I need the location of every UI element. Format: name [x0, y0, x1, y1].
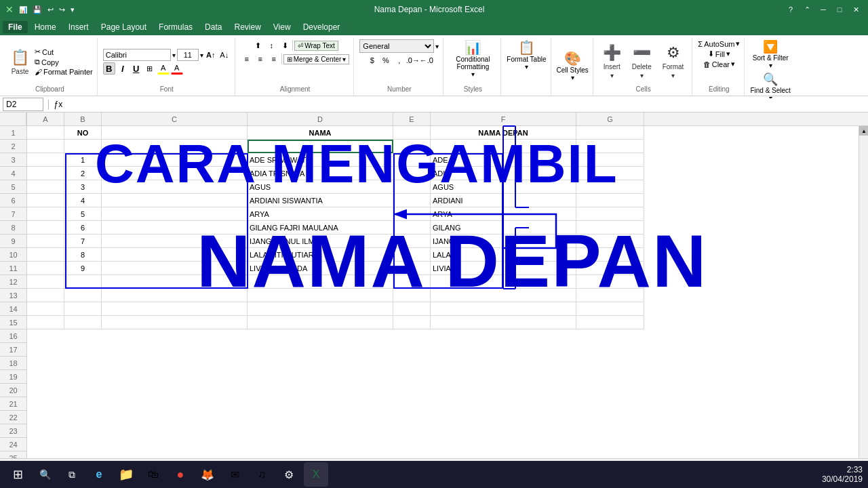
cell-b11[interactable]: 9	[64, 262, 102, 275]
number-format-dropdown[interactable]: ▾	[435, 43, 439, 50]
row-header-6[interactable]: 6	[0, 194, 26, 207]
task-view-button[interactable]: ⧉	[60, 462, 84, 487]
cell-b10[interactable]: 8	[64, 248, 102, 262]
underline-button[interactable]: U	[130, 62, 142, 75]
cell-c7[interactable]	[102, 207, 248, 221]
row-header-8[interactable]: 8	[0, 221, 26, 235]
cell-g9[interactable]	[576, 235, 644, 248]
cell-c9[interactable]	[102, 235, 248, 248]
align-bottom-btn[interactable]: ⬇	[279, 39, 291, 52]
fill-dropdown[interactable]: ▾	[726, 49, 730, 58]
cell-f6[interactable]: ARDIANI	[431, 194, 576, 207]
align-middle-btn[interactable]: ↕	[265, 39, 277, 52]
cell-d9[interactable]: IJANG ZAINUL ILMI	[248, 235, 393, 248]
align-right-btn[interactable]: ≡	[268, 53, 280, 65]
ribbon-toggle[interactable]: ⌃	[800, 3, 814, 16]
cell-g11[interactable]	[576, 262, 644, 275]
cell-b4[interactable]: 2	[64, 167, 102, 180]
delete-dropdown[interactable]: ▾	[640, 72, 644, 79]
row-header-21[interactable]: 21	[0, 397, 26, 411]
autosum-button[interactable]: Σ AutoSum ▾	[698, 39, 740, 48]
row-header-4[interactable]: 4	[0, 167, 26, 180]
cell-a8[interactable]	[27, 221, 64, 235]
cell-a6[interactable]	[27, 194, 64, 207]
cell-a3[interactable]	[27, 153, 64, 167]
help-icon[interactable]: ?	[784, 3, 797, 16]
format-table-button[interactable]: 📋 Format Table ▾	[507, 39, 546, 70]
cell-c10[interactable]	[102, 248, 248, 262]
font-size-input[interactable]	[177, 49, 199, 61]
cell-b1[interactable]: NO	[64, 126, 102, 140]
menu-insert[interactable]: Insert	[63, 21, 94, 33]
scroll-up-btn[interactable]: ▲	[859, 126, 868, 136]
bold-button[interactable]: B	[103, 62, 115, 75]
cell-a9[interactable]	[27, 235, 64, 248]
col-header-e[interactable]: E	[393, 113, 431, 125]
maximize-btn[interactable]: □	[833, 3, 846, 16]
row-header-19[interactable]: 19	[0, 370, 26, 384]
cell-d8[interactable]: GILANG FAJRI MAULANA	[248, 221, 393, 235]
cell-a5[interactable]	[27, 180, 64, 194]
settings-button[interactable]: ⚙	[277, 462, 301, 487]
font-color-btn[interactable]: A	[171, 62, 183, 75]
number-format-select[interactable]: General	[359, 39, 434, 53]
music-button[interactable]: ♫	[250, 462, 274, 487]
conditional-formatting-button[interactable]: 📊 Conditional Formatting ▾	[449, 39, 496, 78]
row-header-20[interactable]: 20	[0, 384, 26, 397]
cell-c1[interactable]	[102, 126, 248, 140]
col-header-b[interactable]: B	[64, 113, 102, 125]
vertical-scrollbar[interactable]: ▲ ▼	[859, 126, 868, 458]
row-header-14[interactable]: 14	[0, 302, 26, 316]
store-button[interactable]: 🛍	[141, 462, 165, 487]
cell-g4[interactable]	[576, 167, 644, 180]
row-header-1[interactable]: 1	[0, 126, 26, 140]
decrease-decimal-btn[interactable]: ←.0	[420, 54, 433, 66]
cell-f9[interactable]: IJANG	[431, 235, 576, 248]
comma-btn[interactable]: ,	[393, 54, 406, 66]
cell-b2[interactable]	[64, 140, 102, 153]
cell-d7[interactable]: ARYA	[248, 207, 393, 221]
sort-filter-button[interactable]: 🔽 Sort & Filter ▾	[753, 39, 789, 69]
align-center-btn[interactable]: ≡	[254, 53, 267, 65]
cell-a7[interactable]	[27, 207, 64, 221]
wrap-text-button[interactable]: ⏎ Wrap Text	[294, 41, 338, 51]
increase-font-btn[interactable]: A↑	[205, 49, 217, 61]
cell-g1[interactable]	[576, 126, 644, 140]
cell-c11[interactable]	[102, 262, 248, 275]
cell-g7[interactable]	[576, 207, 644, 221]
cell-d4[interactable]: ADIA TRISNAYA	[248, 167, 393, 180]
cell-g6[interactable]	[576, 194, 644, 207]
cell-c6[interactable]	[102, 194, 248, 207]
row-header-13[interactable]: 13	[0, 289, 26, 302]
percent-btn[interactable]: %	[380, 54, 392, 66]
menu-home[interactable]: Home	[29, 21, 62, 33]
row-header-16[interactable]: 16	[0, 329, 26, 343]
cell-e7[interactable]	[393, 207, 431, 221]
cell-e11[interactable]	[393, 262, 431, 275]
formula-input[interactable]	[65, 98, 865, 110]
cell-d5[interactable]: AGUS	[248, 180, 393, 194]
cell-b9[interactable]: 7	[64, 235, 102, 248]
cell-c8[interactable]	[102, 221, 248, 235]
menu-review[interactable]: Review	[229, 21, 266, 33]
fill-button[interactable]: ⬇ Fill ▾	[708, 49, 730, 58]
cell-f2[interactable]	[431, 140, 576, 153]
cell-b5[interactable]: 3	[64, 180, 102, 194]
row-header-9[interactable]: 9	[0, 235, 26, 248]
clear-button[interactable]: 🗑 Clear ▾	[703, 60, 735, 68]
col-header-f[interactable]: F	[431, 113, 576, 125]
cell-d11[interactable]: LIVIA NURPAIDA	[248, 262, 393, 275]
cell-e10[interactable]	[393, 248, 431, 262]
row-header-24[interactable]: 24	[0, 438, 26, 451]
paste-button[interactable]: 📋 Paste	[7, 43, 33, 81]
cell-g5[interactable]	[576, 180, 644, 194]
search-button[interactable]: 🔍	[33, 462, 57, 487]
qa-save[interactable]: 💾	[33, 5, 42, 14]
row-header-22[interactable]: 22	[0, 411, 26, 424]
autosum-dropdown[interactable]: ▾	[736, 39, 740, 48]
row-header-10[interactable]: 10	[0, 248, 26, 262]
cell-g2[interactable]	[576, 140, 644, 153]
cell-e4[interactable]	[393, 167, 431, 180]
font-name-input[interactable]	[103, 49, 171, 61]
cell-c4[interactable]	[102, 167, 248, 180]
